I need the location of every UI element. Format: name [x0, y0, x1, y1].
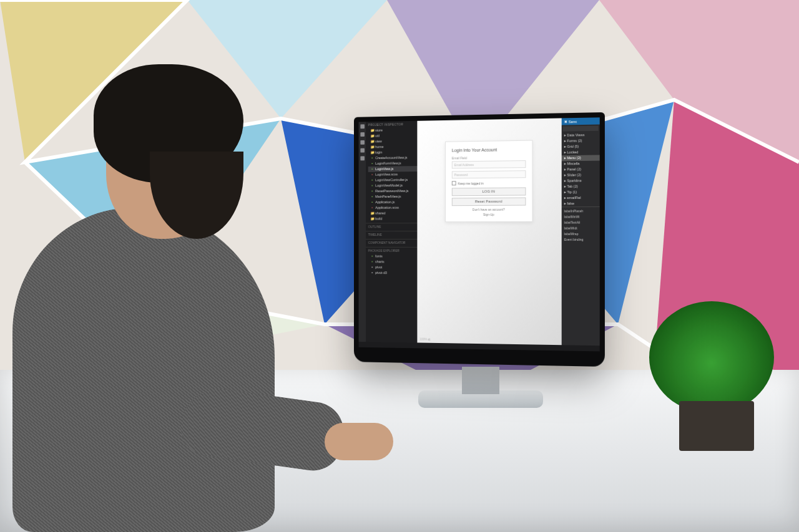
login-button[interactable]: LOG IN: [452, 187, 526, 196]
tree-item[interactable]: ▪Application.scss: [368, 205, 418, 211]
photo-scene: PROJECT INSPECTOR 📁store📁util📁view📁home📁…: [0, 0, 799, 532]
property-row[interactable]: labelWidt: [562, 226, 600, 231]
email-label: Email Field: [452, 155, 526, 160]
tree-item[interactable]: 📁shared: [368, 210, 418, 216]
toolbox-category[interactable]: ▸ Tip (1): [562, 189, 600, 195]
tree-item[interactable]: 📁build: [368, 216, 418, 221]
toolbox-search[interactable]: [563, 126, 599, 132]
activity-bar[interactable]: [359, 122, 366, 347]
monitor: PROJECT INSPECTOR 📁store📁util📁view📁home📁…: [350, 115, 612, 408]
explorer-section[interactable]: COMPONENT NAVIGATOR: [366, 239, 417, 246]
person: [0, 58, 312, 532]
toolbox-category[interactable]: ▸ false: [562, 201, 600, 206]
git-icon[interactable]: [360, 140, 365, 145]
ext-icon[interactable]: [360, 156, 365, 160]
package-item[interactable]: ▪fonts: [368, 254, 418, 259]
plant-pot: [679, 401, 754, 451]
keep-logged-checkbox[interactable]: Keep me logged in: [452, 180, 526, 185]
explorer-section[interactable]: OUTLINE: [366, 223, 417, 230]
login-title: Login Into Your Account: [452, 147, 526, 153]
tree-item[interactable]: ▪Application.js: [368, 200, 418, 205]
plant: [649, 301, 774, 414]
explorer-section[interactable]: TIMELINE: [366, 231, 417, 238]
package-item[interactable]: ▪charts: [368, 259, 418, 264]
toolbox-category[interactable]: ▸ emailFiel: [562, 195, 600, 201]
design-canvas[interactable]: Login Into Your Account Email Field Emai…: [417, 118, 561, 351]
property-row[interactable]: Event binding: [562, 237, 600, 243]
debug-icon[interactable]: [360, 148, 365, 153]
package-item[interactable]: ▪pivot: [368, 264, 418, 270]
explorer-section[interactable]: PACKAGE EXPLORER: [366, 247, 417, 254]
reset-password-button[interactable]: Reset Password: [452, 197, 526, 206]
signup-link[interactable]: Sign-Up: [452, 213, 526, 216]
files-icon[interactable]: [360, 124, 365, 128]
toolbox-panel[interactable]: ✖ Senc ▸ Data Views▸ Forms (2)▸ Grid (5)…: [562, 117, 600, 351]
property-row[interactable]: labelInPlaceh: [562, 208, 600, 214]
zoom-indicator[interactable]: 100% ◐: [419, 337, 431, 341]
checkbox-icon[interactable]: [452, 181, 456, 185]
property-row[interactable]: labelWrap: [562, 231, 600, 237]
explorer-panel[interactable]: PROJECT INSPECTOR 📁store📁util📁view📁home📁…: [366, 121, 417, 349]
monitor-bezel: PROJECT INSPECTOR 📁store📁util📁view📁home📁…: [354, 112, 605, 367]
property-row[interactable]: labelTextAli: [562, 220, 600, 225]
property-row[interactable]: labelMinWi: [562, 214, 600, 220]
ide-window: PROJECT INSPECTOR 📁store📁util📁view📁home📁…: [359, 117, 600, 351]
toolbox-title: ✖ Senc: [562, 117, 600, 125]
search-icon[interactable]: [360, 132, 365, 137]
no-account-text: Don't have an account?: [452, 208, 526, 212]
package-item[interactable]: ▪pivot-d3: [368, 270, 418, 276]
login-card: Login Into Your Account Email Field Emai…: [445, 140, 532, 223]
password-field[interactable]: Password: [452, 170, 526, 178]
toolbox-category[interactable]: ▸ Tab (2): [562, 183, 600, 190]
email-field[interactable]: Email Address: [452, 160, 526, 168]
